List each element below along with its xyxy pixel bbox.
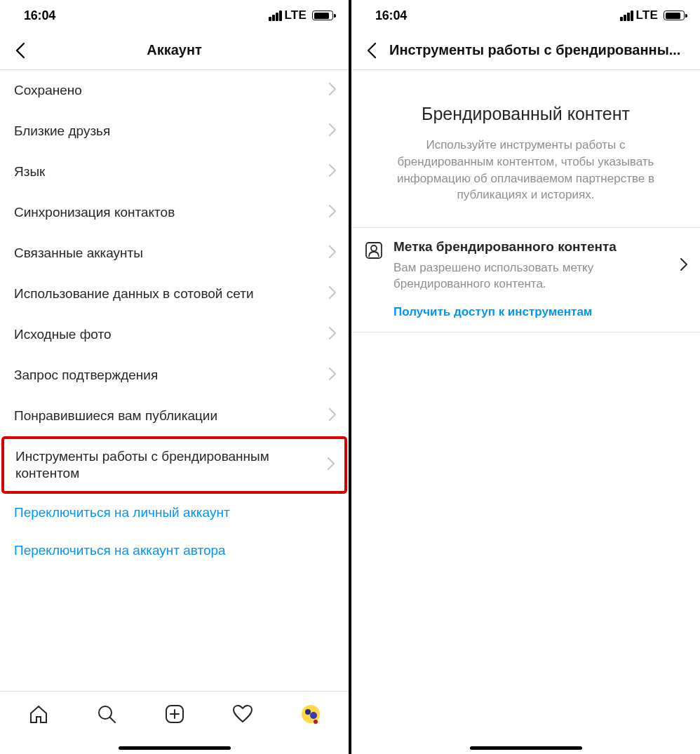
chevron-right-icon [329,286,336,302]
chevron-right-icon [329,83,336,98]
svg-line-1 [110,718,115,722]
settings-row-label: Понравившиеся вам публикации [14,408,226,424]
branded-content-hero: Брендированный контент Используйте инстр… [351,70,700,227]
settings-row-label: Использование данных в сотовой сети [14,285,262,302]
chevron-right-icon [329,164,336,180]
activity-tab[interactable] [227,698,259,730]
hero-description: Используйте инструменты работы с брендир… [381,137,671,203]
battery-icon [664,11,685,20]
search-icon [96,703,117,725]
svg-point-8 [314,720,318,724]
nav-header: Аккаунт [0,31,349,70]
home-indicator [470,746,582,750]
branded-content-tag-item[interactable]: Метка брендированного контента Вам разре… [364,239,687,292]
settings-row-label: Инструменты работы с брендированным конт… [15,448,328,482]
chevron-right-icon [680,258,687,274]
settings-list: СохраненоБлизкие друзьяЯзыкСинхронизация… [0,70,349,754]
battery-icon [312,11,333,20]
switch-to-personal-account-link[interactable]: Переключиться на личный аккаунт [0,494,349,532]
settings-row[interactable]: Связанные аккаунты [0,233,349,274]
back-button[interactable] [361,40,382,61]
settings-row[interactable]: Использование данных в сотовой сети [0,274,349,314]
nav-header: Инструменты работы с брендированны... [351,31,700,70]
status-time: 16:04 [24,8,55,23]
svg-point-10 [371,245,377,251]
settings-row[interactable]: Синхронизация контактов [0,192,349,233]
chevron-right-icon [329,408,336,424]
settings-row-label: Связанные аккаунты [14,245,152,262]
get-access-link[interactable]: Получить доступ к инструментам [393,305,687,319]
settings-row-label: Исходные фото [14,326,120,343]
heart-icon [232,703,253,725]
phone-branded-content-tools: 16:04 LTE Инструменты работы с брендиров… [351,0,700,754]
settings-row[interactable]: Инструменты работы с брендированным конт… [1,436,347,494]
network-label: LTE [285,8,307,22]
phone-account-settings: 16:04 LTE Аккаунт СохраненоБлизкие друзь… [0,0,349,754]
status-time: 16:04 [375,8,407,23]
status-bar: 16:04 LTE [351,0,700,31]
chevron-left-icon [367,42,377,59]
settings-row[interactable]: Язык [0,152,349,192]
status-right: LTE [269,8,333,22]
plus-square-icon [164,703,185,725]
page-title: Инструменты работы с брендированны... [361,42,690,58]
home-indicator [119,746,231,750]
network-label: LTE [636,8,658,22]
page-title: Аккаунт [10,42,339,58]
item-title: Метка брендированного контента [393,239,671,255]
settings-row[interactable]: Близкие друзья [0,111,349,152]
settings-row-label: Запрос подтверждения [14,367,166,384]
settings-row[interactable]: Сохранено [0,70,349,111]
status-right: LTE [620,8,685,22]
branded-content-body: Брендированный контент Используйте инстр… [351,70,700,754]
settings-row-label: Близкие друзья [14,123,119,140]
settings-row-label: Сохранено [14,82,90,99]
cellular-signal-icon [269,11,282,21]
branded-content-section: Метка брендированного контента Вам разре… [351,227,700,332]
branded-tag-icon [364,241,384,263]
item-description: Вам разрешено использовать метку брендир… [393,260,671,292]
settings-row-label: Язык [14,163,53,180]
chevron-left-icon [15,42,25,59]
profile-tab[interactable] [295,698,327,730]
chevron-right-icon [328,457,335,473]
hero-title: Брендированный контент [381,104,671,124]
cellular-signal-icon [620,11,633,21]
svg-point-6 [305,709,311,715]
settings-row[interactable]: Запрос подтверждения [0,355,349,396]
chevron-right-icon [329,245,336,261]
switch-to-creator-account-link[interactable]: Переключиться на аккаунт автора [0,532,349,570]
chevron-right-icon [329,123,336,139]
bottom-tab-bar [0,691,349,741]
back-button[interactable] [10,40,31,61]
chevron-right-icon [329,205,336,220]
settings-row-label: Синхронизация контактов [14,204,183,221]
create-tab[interactable] [159,698,191,730]
svg-point-7 [310,712,317,719]
chevron-right-icon [329,327,336,342]
settings-row[interactable]: Понравившиеся вам публикации [0,396,349,436]
search-tab[interactable] [90,698,123,730]
status-bar: 16:04 LTE [0,0,349,31]
chevron-right-icon [329,368,336,383]
home-tab[interactable] [22,698,55,730]
home-icon [28,703,49,725]
settings-row[interactable]: Исходные фото [0,314,349,355]
profile-avatar-icon [300,703,321,725]
